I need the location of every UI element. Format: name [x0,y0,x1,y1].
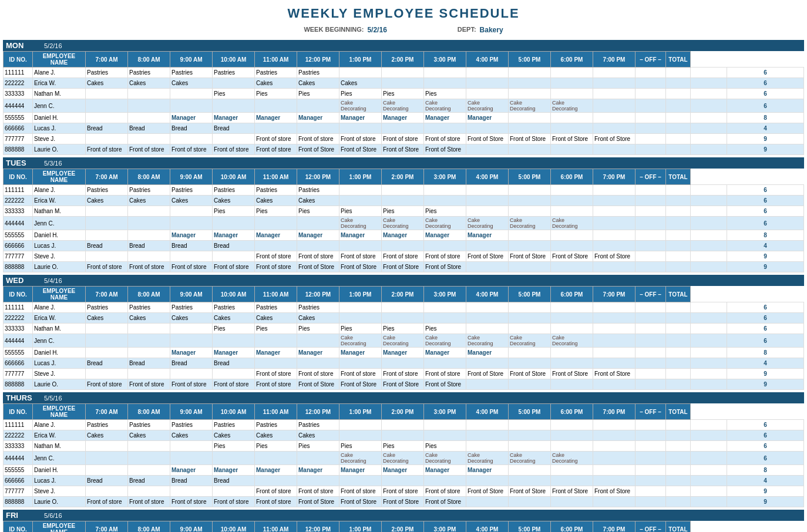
col-header: 2:00 PM [382,169,424,185]
schedule-slot: Manager [339,230,382,241]
schedule-slot [86,206,128,217]
off-cell [691,144,727,155]
off-cell [691,262,727,272]
col-header: 7:00 AM [86,404,128,420]
schedule-slot [666,348,691,358]
schedule-slot: Cakes [86,78,128,89]
schedule-slot: Manager [424,113,466,123]
schedule-slot [635,144,666,155]
total-cell: 9 [727,379,804,390]
schedule-slot: Cake Decorating [509,452,551,465]
table-row: 666666Lucas J.BreadBreadBreadBread4 [4,476,804,486]
schedule-slot [551,68,593,78]
schedule-slot [86,217,128,230]
schedule-slot: Bread [170,476,213,486]
schedule-slot [635,68,666,78]
schedule-slot [213,452,255,465]
col-header: 12:00 PM [297,287,339,302]
schedule-slot: Manager [339,465,382,476]
employee-name: Jenn C. [33,452,86,465]
col-header: 10:00 AM [213,169,255,185]
schedule-slot [170,369,213,379]
schedule-slot: Cakes [86,430,128,441]
table-row: 777777Steve J.Front of storeFront of sto… [4,251,804,262]
schedule-slot: Manager [213,465,255,476]
schedule-slot: Front of store [213,379,255,390]
schedule-slot [666,241,691,251]
employee-id: 555555 [4,230,33,241]
total-cell: 9 [727,262,804,272]
schedule-slot [255,452,297,465]
schedule-slot: Bread [86,241,128,251]
schedule-slot [593,78,635,89]
schedule-slot: Manager [466,348,509,358]
schedule-slot: Front of store [128,262,170,272]
table-row: 555555Daniel H.ManagerManagerManagerMana… [4,348,804,358]
schedule-slot [128,134,170,144]
schedule-slot: Bread [213,476,255,486]
schedule-slot [666,262,691,272]
employee-id: 888888 [4,497,33,507]
employee-id: 444444 [4,334,33,348]
total-cell: 6 [727,441,804,452]
off-cell [691,452,727,465]
schedule-slot: Front of Store [339,262,382,272]
col-header: 10:00 AM [213,52,255,68]
schedule-slot: Pies [213,206,255,217]
employee-id: 333333 [4,206,33,217]
schedule-slot: Front of Store [466,369,509,379]
schedule-slot: Pies [213,89,255,99]
schedule-slot [635,348,666,358]
schedule-slot: Front of store [255,369,297,379]
schedule-slot [635,476,666,486]
schedule-slot [635,78,666,89]
schedule-slot [666,358,691,369]
schedule-slot [635,206,666,217]
day-date: 5/2/16 [44,42,62,49]
schedule-slot [466,144,509,155]
schedule-slot [297,452,339,465]
schedule-slot [128,206,170,217]
employee-name: Steve J. [33,134,86,144]
total-cell: 9 [727,497,804,507]
table-row: 555555Daniel H.ManagerManagerManagerMana… [4,230,804,241]
schedule-slot: Pastries [255,420,297,430]
col-header: 2:00 PM [382,404,424,420]
schedule-slot: Cakes [213,430,255,441]
schedule-slot: Bread [86,358,128,369]
col-header: – OFF – [635,287,666,302]
employee-name: Alane J. [33,420,86,430]
off-cell [691,99,727,113]
schedule-slot [593,230,635,241]
schedule-slot: Front of Store [382,144,424,155]
schedule-slot: Front of store [128,144,170,155]
col-header: 6:00 PM [551,404,593,420]
employee-name: Jenn C. [33,334,86,348]
off-cell [691,89,727,99]
schedule-slot: Manager [382,465,424,476]
schedule-slot [424,78,466,89]
schedule-slot: Front of store [86,497,128,507]
schedule-slot [255,241,297,251]
schedule-slot [551,313,593,324]
col-header: 6:00 PM [551,169,593,185]
schedule-slot [509,465,551,476]
total-cell: 4 [727,476,804,486]
schedule-slot [593,99,635,113]
schedule-slot [86,465,128,476]
schedule-slot [297,99,339,113]
schedule-slot: Front of store [255,262,297,272]
schedule-slot [170,217,213,230]
schedule-slot [128,486,170,497]
schedule-slot [635,358,666,369]
schedule-slot: Pastries [297,68,339,78]
schedule-slot: Bread [213,358,255,369]
schedule-slot [466,430,509,441]
week-info: WEEK BEGINNING: 5/2/16 [304,26,386,34]
schedule-slot: Bread [170,241,213,251]
day-header: THURS5/5/16 [3,392,804,403]
schedule-slot [339,185,382,196]
total-cell: 9 [727,369,804,379]
employee-id: 666666 [4,241,33,251]
col-header: 7:00 AM [86,521,128,533]
